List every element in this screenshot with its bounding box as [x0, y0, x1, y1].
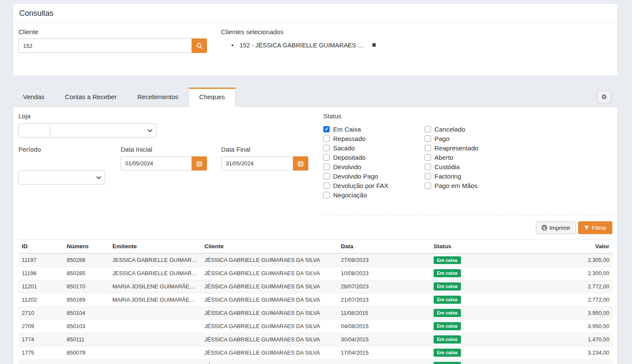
search-button[interactable] [192, 38, 207, 53]
cell-status: Em caixa [430, 280, 514, 293]
data-final-calendar-button[interactable] [293, 156, 308, 170]
cell-valor: 4.196,00 [514, 359, 613, 364]
status-option-label: Reapresentado [434, 144, 478, 152]
checkbox-icon[interactable] [323, 173, 330, 179]
tab-cheques[interactable]: Cheques [189, 88, 236, 107]
cell-id: 11196 [18, 267, 63, 280]
status-badge: Em caixa [434, 335, 461, 343]
status-option-label: Devolvido [333, 163, 361, 170]
checkbox-icon[interactable] [425, 164, 431, 170]
status-option-label: Custódia [434, 163, 460, 170]
checkbox-checked-icon[interactable] [323, 126, 330, 132]
checkbox-icon[interactable] [425, 154, 431, 161]
status-option-devolvido[interactable]: Devolvido [323, 162, 388, 171]
cell-id: 2709 [18, 320, 63, 333]
status-option-custodia[interactable]: Custódia [425, 162, 478, 171]
status-option-pago[interactable]: Pago [425, 134, 478, 143]
status-option-label: Em Caixa [333, 126, 361, 133]
cell-numero: 850285 [63, 267, 109, 280]
checkbox-icon[interactable] [425, 173, 431, 179]
table-row[interactable]: 1774850111JÉSSICA GABRIELLE GUIMARAES DA… [18, 333, 613, 346]
checkbox-icon[interactable] [323, 182, 330, 189]
filtrar-button[interactable]: Filtrar [578, 221, 613, 234]
status-option-devolvido-pago[interactable]: Devolvido Pago [323, 171, 388, 181]
cell-status: Em caixa [430, 346, 514, 359]
status-option-label: Repassado [333, 135, 366, 142]
cell-numero: 850104 [63, 306, 109, 320]
checkbox-icon[interactable] [425, 135, 431, 142]
column-header-cliente: Cliente [201, 240, 337, 254]
table-row[interactable]: 1775850079JÉSSICA GABRIELLE GUIMARAES DA… [18, 346, 613, 359]
status-option-negociacao[interactable]: Negociação [323, 190, 388, 200]
tab-recebimentos[interactable]: Recebimentos [127, 88, 189, 106]
status-badge: Em caixa [434, 322, 461, 330]
periodo-label: Período [18, 146, 41, 153]
cell-data: 21/07/2023 [337, 293, 430, 306]
imprimir-button[interactable]: Imprimir [536, 221, 576, 234]
checkbox-icon[interactable] [323, 154, 330, 161]
cell-emitente [109, 320, 201, 333]
table-row[interactable]: 11196850285JESSICA GABRIELLE GUIMARAES D… [18, 267, 613, 280]
data-inicial-input[interactable] [121, 156, 192, 170]
cliente-search-input[interactable] [18, 38, 192, 53]
cell-emitente [109, 346, 201, 359]
checkbox-icon[interactable] [425, 126, 431, 132]
status-option-reapresentado[interactable]: Reapresentado [425, 143, 478, 153]
loja-code-input[interactable] [18, 123, 50, 138]
status-option-sacado[interactable]: Sacado [323, 143, 388, 153]
status-option-factoring[interactable]: Factoring [425, 171, 478, 181]
selected-client-text: 152 - JÉSSICA GABRIELLE GUIMARAES … [239, 42, 364, 49]
table-row[interactable]: 11201850170MARIA JOSILENE GUIMARÃES SILV… [18, 280, 613, 293]
cell-numero: 850079 [63, 346, 109, 359]
checkbox-icon[interactable] [323, 164, 330, 170]
status-option-depositado[interactable]: Depositado [323, 153, 388, 162]
cheques-tab-panel: Loja Período Data Inicial [13, 107, 617, 364]
cell-data: 30/04/2015 [337, 333, 430, 346]
table-row[interactable]: 2709850103JÉSSICA GABRIELLE GUIMARAES DA… [18, 320, 613, 333]
cell-emitente: JESSICA GABRIELLE GUIMARAES D… [109, 267, 201, 280]
cell-numero: 850170 [63, 280, 109, 293]
column-header-id: ID [18, 240, 63, 254]
remove-client-icon[interactable]: ✖ [372, 42, 376, 48]
clientes-selecionados-label: Clientes selecionados [221, 28, 284, 35]
tab-vendas[interactable]: Vendas [13, 88, 55, 106]
data-inicial-calendar-button[interactable] [192, 156, 207, 170]
calendar-icon [196, 161, 202, 167]
cell-data: 11/08/2015 [337, 306, 430, 320]
tab-contas-a-receber[interactable]: Contas a Receber [55, 88, 127, 106]
cell-valor: 2.305,00 [514, 253, 613, 267]
consultas-panel: Consultas Cliente Clientes selecionados … [13, 3, 617, 76]
cell-numero: 850074 [63, 359, 109, 364]
checkbox-icon[interactable] [323, 145, 330, 151]
checkbox-icon[interactable] [425, 182, 431, 189]
loja-select[interactable] [50, 123, 157, 138]
table-row[interactable]: 2710850104JÉSSICA GABRIELLE GUIMARAES DA… [18, 306, 613, 320]
cell-status: Em caixa [430, 333, 514, 346]
status-option-devolucao-por-fax[interactable]: Devolução por FAX [323, 181, 388, 190]
cell-id: 2710 [18, 306, 63, 320]
periodo-select[interactable] [18, 170, 105, 185]
status-option-label: Pago em Mãos [434, 182, 478, 189]
table-row[interactable]: 11197850286JESSICA GABRIELLE GUIMARAES D… [18, 253, 613, 267]
checkbox-icon[interactable] [323, 135, 330, 142]
calendar-icon [298, 161, 304, 167]
status-option-aberto[interactable]: Aberto [425, 153, 478, 162]
cell-data: 10/08/2023 [337, 267, 430, 280]
data-inicial-label: Data Inicial [121, 146, 152, 153]
column-header-data: Data [337, 240, 430, 254]
cell-emitente [109, 333, 201, 346]
checkbox-icon[interactable] [323, 192, 330, 198]
grid-settings-button[interactable]: ⚙ [597, 91, 611, 103]
status-option-label: Cancelado [434, 126, 465, 133]
checkbox-icon[interactable] [425, 145, 431, 151]
table-row[interactable]: 11202850169MARIA JOSILENE GUIMARÃES SILV… [18, 293, 613, 306]
table-row[interactable]: 346850074JESSICA GABRIELLE GUIMARAES SIL… [18, 359, 613, 364]
cell-status: Em caixa [430, 306, 514, 320]
status-option-pago-em-maos[interactable]: Pago em Mãos [425, 181, 478, 190]
status-option-repassado[interactable]: Repassado [323, 134, 388, 143]
status-option-em-caixa[interactable]: Em Caixa [323, 124, 388, 134]
status-option-cancelado[interactable]: Cancelado [425, 124, 478, 134]
cell-valor: 2.300,00 [514, 267, 613, 280]
cell-data: 27/08/2023 [337, 253, 430, 267]
data-final-input[interactable] [221, 156, 293, 170]
